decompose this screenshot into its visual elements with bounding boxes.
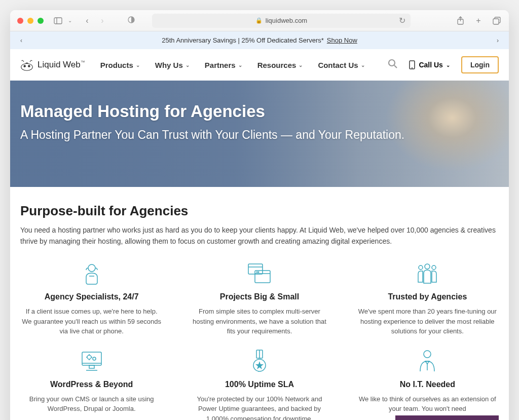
nav-partners[interactable]: Partners⌄ <box>205 61 242 69</box>
svg-point-26 <box>87 355 91 359</box>
promo-bar: ‹ 25th Anniversary Savings | 25% Off Ded… <box>10 31 509 49</box>
svg-point-19 <box>425 264 430 269</box>
logo-icon <box>20 58 33 71</box>
nav-why-us[interactable]: Why Us⌄ <box>155 61 190 69</box>
chat-widget[interactable]: CHAT WITH A HUMAN <box>395 415 499 420</box>
hero-title: Managed Hosting for Agencies <box>20 102 499 121</box>
chevron-down-icon: ⌄ <box>136 62 140 68</box>
svg-point-21 <box>432 265 436 270</box>
chevron-down-icon: ⌄ <box>361 62 365 68</box>
feature-title: WordPress & Beyond <box>20 380 163 389</box>
business-person-icon <box>356 349 499 374</box>
phone-icon <box>409 60 416 69</box>
feature-trusted: Trusted by Agencies We've spent more tha… <box>356 261 499 336</box>
maximize-window-button[interactable] <box>38 18 44 24</box>
svg-point-31 <box>424 351 431 358</box>
svg-point-8 <box>389 60 395 66</box>
feature-title: Agency Specialists, 24/7 <box>20 292 163 301</box>
address-bar[interactable]: 🔒 liquidweb.com ↻ <box>152 14 411 28</box>
lock-icon: 🔒 <box>255 17 263 24</box>
feature-desc: From simple sites to complex multi-serve… <box>188 307 330 336</box>
forward-button[interactable]: › <box>97 16 107 26</box>
features-grid: Agency Specialists, 24/7 If a client iss… <box>20 261 499 420</box>
reader-icon[interactable] <box>128 16 135 25</box>
feature-agency-specialists: Agency Specialists, 24/7 If a client iss… <box>20 261 163 336</box>
feature-title: Trusted by Agencies <box>356 292 499 301</box>
close-window-button[interactable] <box>17 18 23 24</box>
svg-point-20 <box>419 265 423 270</box>
feature-uptime: 100% Uptime SLA You're protected by our … <box>188 349 330 420</box>
feature-desc: You're protected by our 100% Network and… <box>188 394 330 420</box>
feature-desc: Bring your own CMS or launch a site usin… <box>20 394 163 414</box>
traffic-lights <box>17 18 44 24</box>
chevron-down-icon[interactable]: ⌄ <box>65 16 75 26</box>
feature-desc: We've spent more than 20 years fine-tuni… <box>356 307 499 336</box>
svg-point-7 <box>28 65 30 67</box>
hero: Managed Hosting for Agencies A Hosting P… <box>10 81 509 187</box>
svg-rect-0 <box>54 18 62 24</box>
promo-next-button[interactable]: › <box>497 37 499 44</box>
svg-point-17 <box>256 272 257 273</box>
feature-title: 100% Uptime SLA <box>188 380 330 389</box>
search-icon[interactable] <box>388 59 397 71</box>
back-button[interactable]: ‹ <box>82 16 92 26</box>
chevron-down-icon: ⌄ <box>299 62 303 68</box>
nav-products[interactable]: Products⌄ <box>100 61 140 69</box>
chevron-down-icon: ⌄ <box>186 62 190 68</box>
svg-point-27 <box>93 357 96 360</box>
svg-point-6 <box>24 65 25 67</box>
svg-point-12 <box>88 264 95 272</box>
chevron-down-icon: ⌄ <box>446 62 450 68</box>
promo-prev-button[interactable]: ‹ <box>20 37 22 44</box>
medal-icon <box>188 349 330 374</box>
refresh-icon[interactable]: ↻ <box>399 16 405 25</box>
svg-rect-4 <box>493 19 499 24</box>
feature-title: Projects Big & Small <box>188 292 330 301</box>
call-us-button[interactable]: Call Us ⌄ <box>409 60 450 69</box>
nav-contact-us[interactable]: Contact Us⌄ <box>318 61 364 69</box>
section-desc: You need a hosting partner who works jus… <box>20 225 499 247</box>
logo-text: Liquid Web™ <box>38 60 85 70</box>
tabs-icon[interactable] <box>492 16 502 26</box>
svg-rect-24 <box>89 365 94 368</box>
content: Purpose-built for Agencies You need a ho… <box>10 187 509 420</box>
feature-desc: If a client issue comes up, we're here t… <box>20 307 163 336</box>
people-group-icon <box>356 261 499 286</box>
svg-rect-13 <box>248 264 263 274</box>
windows-icon <box>188 261 330 286</box>
promo-link[interactable]: Shop Now <box>327 36 357 44</box>
address-bar-text: 🔒 liquidweb.com <box>255 17 307 24</box>
svg-point-18 <box>258 272 259 273</box>
new-tab-icon[interactable]: + <box>473 16 484 26</box>
main-nav: Liquid Web™ Products⌄ Why Us⌄ Partners⌄ … <box>10 49 509 81</box>
monitor-gears-icon <box>20 349 163 374</box>
headset-person-icon <box>20 261 163 286</box>
login-button[interactable]: Login <box>461 56 499 73</box>
svg-point-5 <box>21 63 33 70</box>
hero-subtitle: A Hosting Partner You Can Trust with You… <box>20 128 499 142</box>
feature-no-it: No I.T. Needed We like to think of ourse… <box>356 349 499 420</box>
chevron-down-icon: ⌄ <box>238 62 242 68</box>
feature-wordpress: WordPress & Beyond Bring your own CMS or… <box>20 349 163 420</box>
logo[interactable]: Liquid Web™ <box>20 58 85 71</box>
promo-text: 25th Anniversary Savings | 25% Off Dedic… <box>162 36 324 44</box>
nav-resources[interactable]: Resources⌄ <box>257 61 303 69</box>
sidebar-icon[interactable] <box>53 16 63 26</box>
feature-projects: Projects Big & Small From simple sites t… <box>188 261 330 336</box>
minimize-window-button[interactable] <box>27 18 33 24</box>
section-title: Purpose-built for Agencies <box>20 203 499 219</box>
feature-desc: We like to think of ourselves as an exte… <box>356 394 499 414</box>
browser-chrome: ⌄ ‹ › 🔒 liquidweb.com ↻ + <box>10 10 509 31</box>
svg-line-9 <box>394 65 397 68</box>
feature-title: No I.T. Needed <box>356 380 499 389</box>
share-icon[interactable] <box>455 16 465 26</box>
